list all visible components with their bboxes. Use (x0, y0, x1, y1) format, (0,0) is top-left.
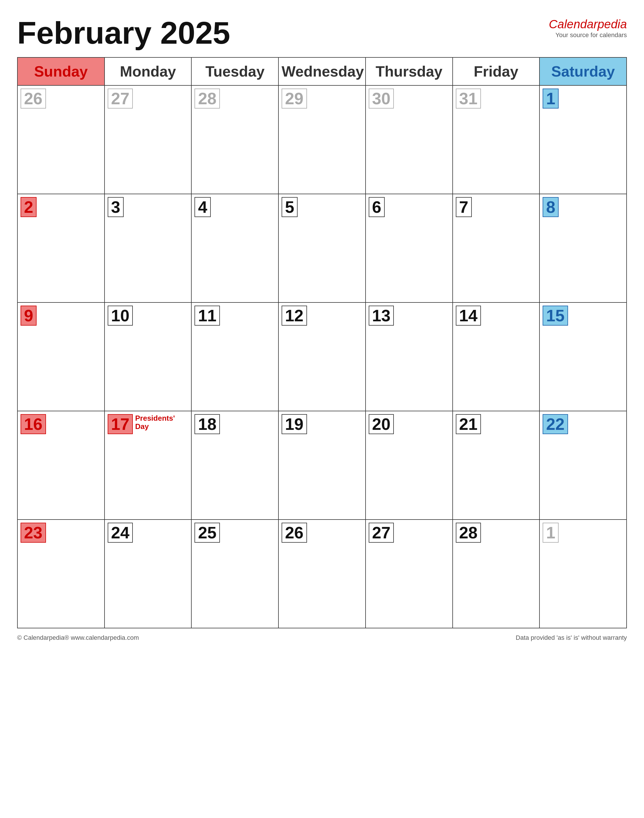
calendar-day-30-w1[interactable]: 30 (366, 85, 453, 194)
day-number-row: 26 (21, 89, 101, 111)
calendar-day-27-w5[interactable]: 27 (366, 520, 453, 628)
day-number-row: 14 (456, 305, 537, 328)
footer-left: © Calendarpedia® www.calendarpedia.com (17, 634, 139, 642)
day-number-row: 28 (456, 523, 537, 545)
calendar-day-14-w3[interactable]: 14 (453, 302, 540, 411)
day-number: 16 (21, 414, 46, 434)
day-number: 6 (369, 197, 385, 217)
calendar-table: Sunday Monday Tuesday Wednesday Thursday… (17, 57, 627, 628)
calendar-day-13-w3[interactable]: 13 (366, 302, 453, 411)
day-number-row: 21 (456, 414, 537, 436)
calendar-day-3-w2[interactable]: 3 (104, 194, 192, 302)
day-number: 9 (21, 305, 37, 325)
calendar-day-7-w2[interactable]: 7 (453, 194, 540, 302)
day-number-row: 2 (21, 197, 101, 219)
day-number: 18 (195, 414, 220, 434)
day-number-row: 3 (108, 197, 189, 219)
day-number: 15 (543, 305, 568, 325)
calendar-day-25-w5[interactable]: 25 (191, 520, 278, 628)
calendar-day-1-w5[interactable]: 1 (540, 520, 627, 628)
day-number-row: 19 (282, 414, 362, 436)
day-number: 28 (456, 523, 481, 543)
day-number-row: 6 (369, 197, 449, 219)
day-number-row: 22 (543, 414, 623, 436)
header-wednesday: Wednesday (278, 57, 366, 85)
calendar-day-4-w2[interactable]: 4 (191, 194, 278, 302)
header-monday: Monday (104, 57, 192, 85)
day-number: 25 (195, 523, 220, 543)
calendar-day-10-w3[interactable]: 10 (104, 302, 192, 411)
calendar-day-1-w1[interactable]: 1 (540, 85, 627, 194)
day-number-row: 16 (21, 414, 101, 436)
day-number: 24 (108, 523, 133, 543)
calendar-day-8-w2[interactable]: 8 (540, 194, 627, 302)
day-number: 11 (195, 305, 220, 325)
day-number: 26 (282, 523, 307, 543)
calendar-day-22-w4[interactable]: 22 (540, 411, 627, 520)
day-number: 8 (543, 197, 559, 217)
month-title: February 2025 (17, 17, 230, 49)
day-number: 10 (108, 305, 133, 325)
day-number-row: 13 (369, 305, 449, 328)
day-number-row: 7 (456, 197, 537, 219)
calendar-day-29-w1[interactable]: 29 (278, 85, 366, 194)
calendar-day-17-w4[interactable]: 17Presidents'Day (104, 411, 192, 520)
day-number: 17 (108, 414, 133, 434)
calendar-day-19-w4[interactable]: 19 (278, 411, 366, 520)
calendar-day-15-w3[interactable]: 15 (540, 302, 627, 411)
calendar-day-18-w4[interactable]: 18 (191, 411, 278, 520)
header-tuesday: Tuesday (191, 57, 278, 85)
day-number: 4 (195, 197, 210, 217)
day-number: 22 (543, 414, 568, 434)
calendar-day-2-w2[interactable]: 2 (17, 194, 104, 302)
day-number: 5 (282, 197, 297, 217)
calendar-day-11-w3[interactable]: 11 (191, 302, 278, 411)
brand-calendar: Calendar (549, 17, 598, 31)
calendar-day-28-w5[interactable]: 28 (453, 520, 540, 628)
calendar-day-6-w2[interactable]: 6 (366, 194, 453, 302)
day-number: 12 (282, 305, 307, 325)
header-thursday: Thursday (366, 57, 453, 85)
calendar-day-12-w3[interactable]: 12 (278, 302, 366, 411)
calendar-day-9-w3[interactable]: 9 (17, 302, 104, 411)
day-number-row: 9 (21, 305, 101, 328)
day-number: 27 (108, 89, 133, 109)
day-number-row: 15 (543, 305, 623, 328)
day-number-row: 8 (543, 197, 623, 219)
brand-name: Calendarpedia (549, 17, 627, 31)
day-number-row: 1 (543, 89, 623, 111)
day-number: 30 (369, 89, 394, 109)
day-number-row: 10 (108, 305, 189, 328)
day-number: 19 (282, 414, 307, 434)
day-number-row: 25 (195, 523, 275, 545)
calendar-day-5-w2[interactable]: 5 (278, 194, 366, 302)
day-number: 1 (543, 89, 559, 109)
calendar-day-20-w4[interactable]: 20 (366, 411, 453, 520)
day-number-row: 27 (108, 89, 189, 111)
day-number: 14 (456, 305, 481, 325)
day-number: 20 (369, 414, 394, 434)
day-number-row: 20 (369, 414, 449, 436)
footer-right: Data provided 'as is' is' without warran… (516, 634, 627, 642)
calendar-day-24-w5[interactable]: 24 (104, 520, 192, 628)
holiday-label: Presidents'Day (135, 414, 175, 430)
day-number: 13 (369, 305, 394, 325)
day-number-row: 18 (195, 414, 275, 436)
calendar-week-2: 2345678 (17, 194, 627, 302)
day-number-row: 30 (369, 89, 449, 111)
day-number: 29 (282, 89, 307, 109)
day-number: 28 (195, 89, 220, 109)
calendar-day-26-w1[interactable]: 26 (17, 85, 104, 194)
calendar-day-23-w5[interactable]: 23 (17, 520, 104, 628)
day-number: 23 (21, 523, 46, 543)
calendar-day-27-w1[interactable]: 27 (104, 85, 192, 194)
day-number-row: 27 (369, 523, 449, 545)
day-number-row: 11 (195, 305, 275, 328)
calendar-day-26-w5[interactable]: 26 (278, 520, 366, 628)
calendar-day-31-w1[interactable]: 31 (453, 85, 540, 194)
calendar-day-28-w1[interactable]: 28 (191, 85, 278, 194)
day-number: 3 (108, 197, 124, 217)
calendar-day-16-w4[interactable]: 16 (17, 411, 104, 520)
calendar-day-21-w4[interactable]: 21 (453, 411, 540, 520)
calendar-week-3: 9101112131415 (17, 302, 627, 411)
